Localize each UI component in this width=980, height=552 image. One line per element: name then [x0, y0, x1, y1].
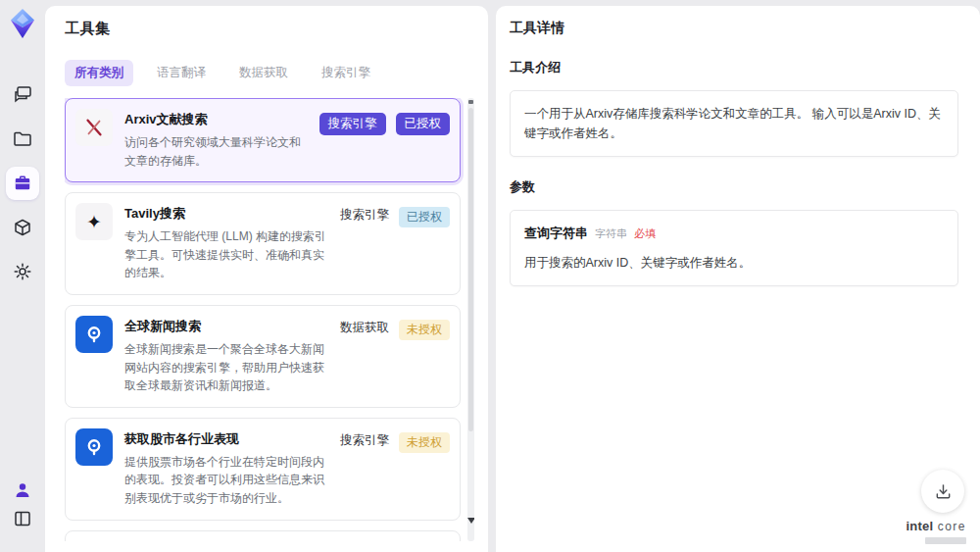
tool-details-panel: 工具详情 工具介绍 一个用于从Arxiv存储库搜索科学论文和文章的工具。 输入可…	[496, 6, 980, 552]
tab-data-acquisition[interactable]: 数据获取	[229, 60, 298, 86]
tool-desc: 全球新闻搜索是一个聚合全球各大新闻网站内容的搜索引擎，帮助用户快速获取全球最新资…	[124, 340, 328, 395]
market-data-icon	[75, 428, 113, 466]
tool-title: 全球新闻搜索	[124, 318, 328, 335]
app-logo-icon	[9, 8, 36, 39]
status-badge: 已授权	[399, 207, 450, 227]
category-tabs: 所有类别 语言翻译 数据获取 搜索引擎	[65, 60, 474, 86]
panel-layout-icon	[13, 509, 32, 528]
scrollbar-thumb[interactable]	[468, 108, 473, 431]
cube-icon	[13, 218, 32, 237]
tool-desc: 专为人工智能代理 (LLM) 构建的搜索引擎工具。可快速提供实时、准确和真实的结…	[124, 227, 328, 282]
global-news-icon	[75, 316, 113, 353]
user-icon	[13, 480, 32, 500]
param-box: 查询字符串字符串必填 用于搜索的Arxiv ID、关键字或作者姓名。	[510, 210, 958, 286]
download-icon	[934, 482, 953, 501]
intel-brand-text: intel	[906, 519, 933, 533]
sidebar-item-collapse-panel[interactable]	[6, 502, 39, 535]
sidebar-item-settings[interactable]	[6, 255, 39, 288]
sidebar-item-packages[interactable]	[6, 211, 39, 244]
tool-card-active-stocks[interactable]: 获取市场最活跃股票信息 提供当天交易量最高的股票列表，投资者可以利用这些信息来识…	[65, 530, 461, 541]
download-button[interactable]	[921, 470, 964, 513]
status-badge: 未授权	[399, 432, 450, 453]
gear-icon	[13, 262, 32, 281]
app-sidebar	[0, 0, 45, 552]
tab-all-categories[interactable]: 所有类别	[65, 60, 133, 86]
tool-card-sector-performance[interactable]: 获取股市各行业表现 提供股票市场各个行业在特定时间段内的表现。投资者可以利用这些…	[65, 418, 461, 521]
tool-card-tavily[interactable]: ✦ Tavily搜索 专为人工智能代理 (LLM) 构建的搜索引擎工具。可快速提…	[65, 192, 461, 295]
scrollbar-top-marker	[468, 100, 473, 104]
briefcase-icon	[13, 174, 32, 193]
intro-heading: 工具介绍	[510, 59, 958, 76]
param-desc: 用于搜索的Arxiv ID、关键字或作者姓名。	[524, 253, 944, 273]
param-required-flag: 必填	[634, 227, 656, 239]
status-badge: 已授权	[396, 113, 451, 135]
category-tag: 搜索引擎	[319, 113, 386, 135]
tool-desc: 提供股票市场各个行业在特定时间段内的表现。投资者可以利用这些信息来识别表现优于或…	[124, 453, 328, 508]
intel-core-badge: intel core	[906, 517, 966, 544]
params-heading: 参数	[510, 178, 958, 196]
param-header: 查询字符串字符串必填	[524, 224, 944, 244]
tab-search-engine[interactable]: 搜索引擎	[312, 60, 380, 86]
tool-title: 获取股市各行业表现	[124, 430, 328, 448]
category-tag: 数据获取	[340, 320, 389, 336]
tool-card-global-news[interactable]: 全球新闻搜索 全球新闻搜索是一个聚合全球各大新闻网站内容的搜索引擎，帮助用户快速…	[65, 305, 461, 408]
details-title: 工具详情	[510, 20, 958, 37]
param-name: 查询字符串	[524, 226, 588, 240]
sidebar-item-files[interactable]	[6, 123, 39, 156]
category-tag: 搜索引擎	[340, 207, 389, 224]
page-title: 工具集	[65, 20, 474, 38]
tool-card-arxiv[interactable]: Arxiv文献搜索 访问各个研究领域大量科学论文和文章的存储库。 搜索引擎 已授…	[65, 98, 461, 182]
core-brand-text: core	[938, 520, 966, 533]
list-scrollbar[interactable]	[467, 98, 474, 541]
tool-desc: 访问各个研究领域大量科学论文和文章的存储库。	[124, 133, 308, 170]
scroll-down-arrow-icon[interactable]	[467, 518, 474, 524]
tavily-icon: ✦	[75, 203, 113, 240]
tab-language-translation[interactable]: 语言翻译	[147, 60, 216, 86]
tool-title: Arxiv文献搜索	[124, 111, 308, 128]
tool-list: Arxiv文献搜索 访问各个研究领域大量科学论文和文章的存储库。 搜索引擎 已授…	[65, 98, 474, 541]
status-badge: 未授权	[399, 320, 450, 340]
sidebar-item-chat[interactable]	[6, 77, 39, 111]
arxiv-icon	[75, 109, 113, 146]
chat-icon	[13, 84, 32, 104]
intel-badge-subtext	[925, 537, 966, 544]
param-type: 字符串	[595, 227, 627, 239]
intro-box: 一个用于从Arxiv存储库搜索科学论文和文章的工具。 输入可以是Arxiv ID…	[510, 90, 958, 157]
tool-title: Tavily搜索	[124, 205, 328, 223]
folder-icon	[13, 129, 32, 149]
category-tag: 搜索引擎	[340, 432, 389, 449]
toolset-panel: 工具集 所有类别 语言翻译 数据获取 搜索引擎 Arxiv文献搜索 访问各个研究…	[45, 6, 488, 552]
sidebar-item-toolset[interactable]	[6, 167, 39, 200]
